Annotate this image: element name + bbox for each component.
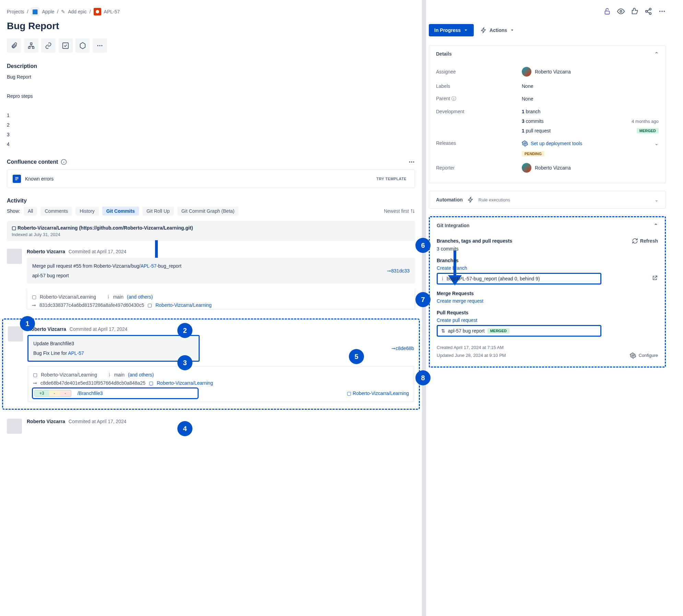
svg-point-18 [661, 11, 663, 12]
tab-git-graph[interactable]: Git Commit Graph (Beta) [177, 207, 239, 216]
status-button[interactable]: In Progress [429, 24, 474, 36]
tab-comments[interactable]: Comments [40, 207, 72, 216]
tab-all[interactable]: All [24, 207, 37, 216]
pending-badge: PENDING [522, 151, 544, 156]
crumb-project[interactable]: Apple [42, 9, 54, 14]
assignee-value[interactable]: Roberto Vizcarra [522, 67, 659, 77]
activity-heading: Activity [7, 198, 415, 204]
more-button[interactable] [93, 38, 107, 53]
subtask-button[interactable] [24, 38, 38, 53]
external-icon: ▢ [347, 391, 351, 396]
attach-button[interactable] [7, 38, 21, 53]
commit-item-highlighted: 2 3 4 5 Roberto VizcarraCommited at Apri… [2, 318, 420, 410]
bubble-8: 8 [415, 370, 431, 385]
description-heading: Description [7, 63, 415, 69]
configure-button[interactable]: Configure [630, 351, 658, 359]
apps-button[interactable] [75, 38, 90, 53]
svg-point-17 [659, 11, 661, 12]
like-icon[interactable] [631, 8, 638, 15]
tab-git-rollup[interactable]: Git Roll Up [142, 207, 174, 216]
branches-heading: Branches [437, 258, 658, 263]
commit-icon: ⊸ [33, 380, 37, 386]
repo-link[interactable]: Roberto-Vizcarra/Learning [157, 380, 213, 386]
pr-count[interactable]: 1 pull request [522, 128, 551, 133]
confluence-more-button[interactable] [408, 159, 415, 165]
repo-link[interactable]: ▢ Roberto-Vizcarra/Learning [347, 391, 409, 396]
chevron-down-icon: ⌄ [655, 197, 659, 202]
other-branches-link[interactable]: (and others) [128, 372, 154, 377]
pull-request-item[interactable]: ⇅apl-57 bug report MERGED [437, 325, 601, 337]
open-external-icon[interactable] [652, 275, 658, 281]
gi-subheading: Branches, tags and pull requests [437, 238, 512, 244]
confluence-card-title: Known errors [25, 176, 54, 182]
chevron-up-icon: ⌃ [654, 223, 658, 228]
commit-time: Commited at April 17, 2024 [69, 419, 127, 424]
create-merge-request-link[interactable]: Create merge request [437, 298, 658, 304]
chevron-down-icon: ⌄ [655, 141, 659, 146]
updated-timestamp: Updated June 28, 2024 at 9:10 PM [437, 351, 506, 359]
confluence-card[interactable]: Known errors TRY TEMPLATE [7, 170, 415, 188]
watch-icon[interactable] [617, 8, 625, 15]
branch-count[interactable]: 1 branch [522, 109, 659, 114]
reporter-value[interactable]: Roberto Vizcarra [522, 163, 659, 173]
info-icon[interactable]: ⓘ [451, 96, 456, 101]
file-link[interactable]: /Branchfile3 [78, 391, 103, 396]
setup-deployment-link[interactable]: Set up deployment tools⌄ [522, 140, 659, 147]
svg-rect-2 [28, 47, 30, 48]
assignee-label: Assignee [436, 69, 522, 74]
sort-button[interactable]: Newest first [384, 208, 415, 214]
issue-link[interactable]: APL-57 [68, 350, 84, 356]
other-branches-link[interactable]: (and others) [127, 294, 153, 300]
labels-label: Labels [436, 83, 522, 89]
try-template-button[interactable]: TRY TEMPLATE [374, 175, 409, 182]
breadcrumbs: Projects/ 🟦 Apple/ ✎ Add epic/ APL-57 [7, 8, 415, 16]
project-icon: 🟦 [31, 8, 39, 16]
avatar [7, 419, 22, 434]
bubble-5: 5 [349, 349, 364, 364]
commit-message: Merge pull request #55 from Roberto-Vizc… [27, 258, 415, 284]
link-button[interactable] [41, 38, 56, 53]
svg-rect-12 [605, 11, 610, 14]
git-integration-header[interactable]: Git Integration⌃ [430, 217, 665, 234]
issue-type-icon [94, 8, 101, 15]
deploy-button[interactable] [58, 38, 73, 53]
labels-value[interactable]: None [522, 83, 659, 89]
description-body[interactable]: Bug Report Repro steps 1 2 3 4 [7, 72, 415, 149]
merged-badge: MERGED [637, 128, 659, 133]
tab-git-commits[interactable]: Git Commits [102, 207, 139, 216]
share-icon[interactable] [645, 8, 652, 15]
repo-icon: ▢ [12, 225, 16, 231]
refresh-button[interactable]: Refresh [632, 238, 658, 244]
create-branch-link[interactable]: Create branch [437, 265, 658, 271]
parent-value[interactable]: None [522, 96, 659, 102]
commit-hash-link[interactable]: ⊸c8de68b [391, 346, 414, 351]
more-icon[interactable] [658, 8, 666, 15]
repo-link[interactable]: Roberto-Vizcarra/Learning [155, 302, 212, 308]
lock-icon[interactable] [603, 8, 611, 15]
commit-hash-link[interactable]: ⊸831dc33 [387, 268, 410, 274]
svg-point-13 [620, 10, 622, 12]
commit-time: Commited at April 17, 2024 [70, 326, 128, 332]
crumb-projects[interactable]: Projects [7, 9, 24, 14]
info-icon[interactable] [61, 159, 67, 165]
issue-link[interactable]: APL-57 [141, 263, 157, 269]
commit-author: Roberto Vizcarra [27, 419, 65, 424]
pr-icon: ⇅ [441, 328, 445, 334]
actions-button[interactable]: Actions [481, 27, 515, 33]
tab-history[interactable]: History [75, 207, 99, 216]
svg-point-19 [664, 11, 665, 12]
pull-requests-heading: Pull Requests [437, 310, 658, 315]
commit-item: Roberto VizcarraCommited at April 17, 20… [7, 419, 415, 434]
issue-title[interactable]: Bug Report [7, 21, 415, 32]
create-pull-request-link[interactable]: Create pull request [437, 317, 658, 323]
svg-point-11 [413, 161, 414, 162]
bubble-3: 3 [177, 355, 192, 370]
avatar [522, 67, 531, 77]
automation-header[interactable]: Automation Rule executions ⌄ [429, 191, 666, 208]
details-panel-header[interactable]: Details⌃ [429, 46, 666, 62]
svg-point-16 [649, 13, 651, 14]
crumb-add-epic[interactable]: Add epic [68, 9, 86, 14]
crumb-issue-key[interactable]: APL-57 [104, 9, 120, 14]
branch-item[interactable]: ᚿbug/APL-57-bug_report (ahead 0, behind … [437, 273, 601, 284]
commits-count[interactable]: 3 commits [522, 118, 544, 124]
